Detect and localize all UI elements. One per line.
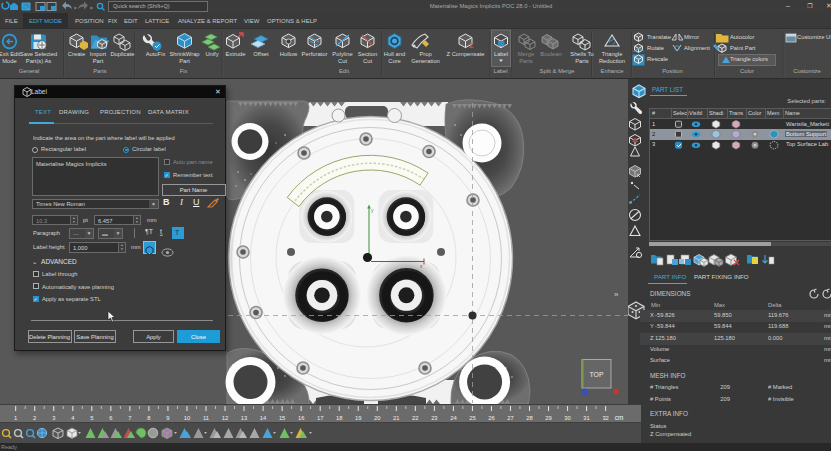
svg-text:9: 9 [166, 415, 169, 421]
svg-text:18: 18 [336, 415, 342, 421]
svg-text:4: 4 [71, 415, 75, 421]
svg-text:14: 14 [260, 415, 267, 421]
svg-text:»: » [614, 290, 619, 299]
svg-text:7: 7 [128, 415, 131, 421]
svg-text:20: 20 [374, 415, 380, 421]
svg-text:6: 6 [109, 415, 112, 421]
svg-text:24: 24 [450, 415, 457, 421]
svg-text:31: 31 [583, 415, 589, 421]
svg-text:10: 10 [184, 415, 190, 421]
svg-text:27: 27 [507, 415, 513, 421]
svg-text:13: 13 [241, 415, 247, 421]
svg-text:26: 26 [488, 415, 494, 421]
svg-text:32: 32 [602, 415, 608, 421]
svg-text:3: 3 [52, 415, 55, 421]
svg-text:23: 23 [431, 415, 437, 421]
svg-text:29: 29 [545, 415, 551, 421]
svg-text:25: 25 [469, 415, 475, 421]
svg-text:5: 5 [90, 415, 93, 421]
svg-text:12: 12 [222, 415, 228, 421]
svg-text:Z: Z [469, 41, 474, 50]
svg-text:22: 22 [412, 415, 418, 421]
svg-text:28: 28 [526, 415, 532, 421]
svg-text:17: 17 [317, 415, 323, 421]
svg-text:15: 15 [279, 415, 285, 421]
svg-text:16: 16 [298, 415, 304, 421]
svg-text:30: 30 [564, 415, 570, 421]
svg-text:19: 19 [355, 415, 361, 421]
svg-text:TOP: TOP [590, 371, 604, 378]
svg-text:8: 8 [147, 415, 150, 421]
svg-text:11: 11 [203, 415, 209, 421]
svg-text:21: 21 [393, 415, 399, 421]
svg-text:cm: cm [615, 414, 624, 421]
svg-text:2: 2 [33, 415, 36, 421]
svg-text:1: 1 [14, 415, 17, 421]
